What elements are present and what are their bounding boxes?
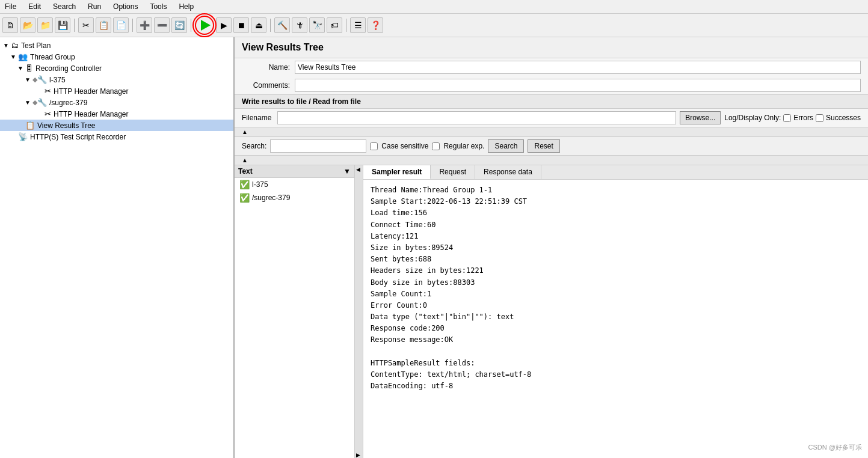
expand-test-plan[interactable]: ▼: [2, 42, 10, 49]
menu-file[interactable]: File: [2, 1, 19, 12]
result-line: Error Count:0: [371, 300, 861, 311]
errors-checkbox[interactable]: [783, 114, 791, 122]
panel-header: View Results Tree: [235, 37, 868, 58]
tab-sampler-result[interactable]: Sampler result: [363, 165, 431, 179]
verify-button[interactable]: ▶: [216, 17, 232, 33]
menu-options[interactable]: Options: [111, 1, 140, 12]
detail-panel: Sampler result Request Response data Thr…: [363, 165, 868, 458]
separator-5: [346, 19, 346, 32]
open-button[interactable]: 📁: [37, 17, 53, 33]
vrt-icon: 📋: [25, 121, 35, 130]
name-label: Name:: [242, 63, 290, 72]
http1-icon: ✂: [45, 87, 51, 96]
menu-search[interactable]: Search: [51, 1, 78, 12]
right-panel: View Results Tree Name: Comments: Write …: [235, 37, 868, 458]
tree-item-test-plan[interactable]: ▼ 🗂 Test Plan: [0, 40, 233, 51]
reset-search-button[interactable]: Reset: [528, 139, 559, 153]
list-label-sugrec: /sugrec-379: [252, 194, 290, 202]
errors-checkbox-group: Errors: [783, 114, 813, 122]
successes-checkbox[interactable]: [816, 114, 823, 122]
tool2-button[interactable]: 🗡: [292, 17, 307, 33]
tree-item-thread-group[interactable]: ▼ 👥 Thread Group: [0, 51, 233, 63]
results-area: Text ▼ ✅ l-375 ✅ /sugrec-379 ◀ ▶: [235, 165, 868, 458]
list-button[interactable]: ☰: [350, 17, 366, 33]
toolbar: 🗎 📂 📁 💾 ✂ 📋 📄 ➕ ➖ 🔄 ▶ ⏹ ⏏ 🔨 🗡 🔭 🏷 ☰ ❓: [0, 14, 868, 37]
paste-button[interactable]: 📄: [113, 17, 129, 33]
add-button[interactable]: ➕: [137, 17, 152, 33]
section-title: Write results to file / Read from file: [235, 94, 868, 109]
regular-exp-checkbox[interactable]: [432, 142, 440, 150]
case-sensitive-checkbox[interactable]: [370, 142, 378, 150]
result-line: Sample Start:2022-06-13 22:51:39 CST: [371, 196, 861, 207]
tree-item-http-header-1[interactable]: ✂ HTTP Header Manager: [0, 85, 233, 97]
mid-scroll-up[interactable]: ◀: [355, 165, 363, 174]
remove-button[interactable]: ➖: [154, 17, 170, 33]
tree-item-https-recorder[interactable]: 📡 HTTP(S) Test Script Recorder: [0, 131, 233, 142]
tool4-button[interactable]: 🏷: [327, 17, 342, 33]
expand-sugrec[interactable]: ▼: [24, 99, 31, 106]
tree-label-vrt: View Results Tree: [37, 121, 96, 130]
list-item-sugrec[interactable]: ✅ /sugrec-379: [235, 191, 354, 204]
save-button[interactable]: 💾: [55, 17, 70, 33]
http2-icon: ✂: [45, 109, 51, 118]
watermark: CSDN @好多可乐: [808, 443, 862, 452]
result-line: Latency:121: [371, 231, 861, 242]
comments-input[interactable]: [295, 79, 861, 92]
tree-label-recorder: HTTP(S) Test Script Recorder: [30, 133, 126, 141]
cut-button[interactable]: ✂: [78, 17, 94, 33]
tree-label-sugrec: /sugrec-379: [49, 99, 87, 107]
tab-response-data[interactable]: Response data: [475, 165, 541, 179]
status-icon-l375: ✅: [239, 180, 250, 189]
scroll-up-small2[interactable]: ▲: [242, 157, 248, 163]
sugrec-dot: ◆: [32, 99, 37, 106]
separator-3: [191, 19, 191, 32]
tree-item-l375[interactable]: ▼ ◆ 🔧 l-375: [0, 74, 233, 85]
separator-1: [74, 19, 75, 32]
menu-tools[interactable]: Tools: [147, 1, 169, 12]
copy-button[interactable]: 📋: [96, 17, 111, 33]
menu-help[interactable]: Help: [176, 1, 196, 12]
text-panel-header: Text ▼: [235, 165, 354, 178]
expand-thread-group[interactable]: ▼: [10, 53, 17, 61]
tree-item-sugrec-379[interactable]: ▼ ◆ 🔧 /sugrec-379: [0, 97, 233, 108]
play-triangle-icon: [201, 20, 211, 31]
result-line: Connect Time:60: [371, 219, 861, 231]
start-button[interactable]: [195, 16, 214, 35]
tree-item-http-header-2[interactable]: ✂ HTTP Header Manager: [0, 108, 233, 120]
log-display-label: Log/Display Only: Errors Successes: [724, 114, 861, 122]
log-display-text: Log/Display Only:: [724, 114, 781, 122]
menu-edit[interactable]: Edit: [26, 1, 43, 12]
scroll-up-small[interactable]: ▲: [242, 129, 248, 135]
play-annotation: [195, 16, 214, 35]
result-line: HTTPSampleResult fields:: [371, 358, 861, 369]
mid-scroll-down[interactable]: ▶: [355, 451, 363, 458]
successes-checkbox-group: Successes: [816, 114, 861, 122]
search-input[interactable]: [270, 139, 366, 153]
filename-input[interactable]: [277, 111, 676, 124]
list-item-l375[interactable]: ✅ l-375: [235, 178, 354, 191]
help-button[interactable]: ❓: [368, 17, 383, 33]
separator-4: [270, 19, 271, 32]
text-panel-dropdown[interactable]: ▼: [343, 167, 351, 176]
new-button[interactable]: 🗎: [2, 17, 18, 33]
menu-run[interactable]: Run: [85, 1, 103, 12]
tool1-button[interactable]: 🔨: [274, 17, 290, 33]
search-button[interactable]: Search: [488, 139, 524, 153]
text-list: ✅ l-375 ✅ /sugrec-379: [235, 178, 354, 458]
text-panel-title: Text: [238, 167, 253, 176]
sampler-result-content: Thread Name:Thread Group 1-1Sample Start…: [363, 180, 868, 458]
result-line: Thread Name:Thread Group 1-1: [371, 185, 861, 196]
shutdown-button[interactable]: ⏏: [251, 17, 266, 33]
tree-item-view-results-tree[interactable]: 📋 View Results Tree: [0, 120, 233, 131]
tree-item-recording-controller[interactable]: ▼ 🎛 Recording Controller: [0, 63, 233, 74]
expand-recording[interactable]: ▼: [17, 65, 24, 72]
expand-l375[interactable]: ▼: [24, 76, 31, 84]
stop-button[interactable]: ⏹: [233, 17, 249, 33]
tool3-button[interactable]: 🔭: [309, 17, 325, 33]
browse-button[interactable]: Browse...: [680, 111, 721, 124]
mid-scroll: ◀ ▶: [355, 165, 363, 458]
templates-button[interactable]: 📂: [20, 17, 35, 33]
tab-request[interactable]: Request: [431, 165, 475, 179]
name-input[interactable]: [295, 61, 861, 74]
reset-button[interactable]: 🔄: [171, 17, 187, 33]
